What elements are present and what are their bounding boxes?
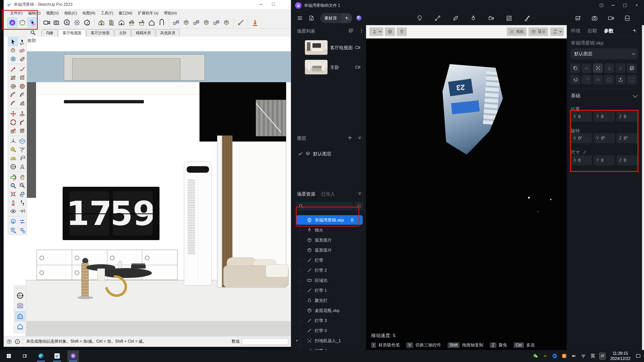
arc-tool[interactable] [9, 90, 18, 99]
follow-me-tool[interactable] [18, 118, 27, 126]
wechat-tray-icon[interactable] [531, 350, 540, 361]
polygon-tool[interactable] [18, 82, 27, 90]
resource-item-5[interactable]: 灯带 2 [291, 265, 366, 275]
export-arrow-icon[interactable] [250, 18, 260, 28]
flame-tool-icon[interactable] [470, 15, 477, 22]
redo-icon[interactable] [582, 75, 591, 84]
camera-new-icon[interactable] [52, 18, 62, 28]
scene-tab-2[interactable]: 客厅沙发面 [87, 29, 114, 37]
menu-item-4[interactable]: 绘图(R) [80, 10, 98, 16]
scene-resources-title[interactable]: 场景资源 [297, 191, 315, 197]
base-section-title[interactable]: 基础 [571, 93, 580, 99]
resource-item-12[interactable]: 扫地机器人_1 [291, 336, 366, 346]
three-point-arc-tool[interactable] [18, 99, 27, 108]
text-tool[interactable]: A1 [18, 154, 27, 162]
solid-box-tool[interactable] [9, 55, 18, 63]
push-pull-tool[interactable] [18, 109, 27, 118]
scene-item-label-2[interactable]: 主卧 [330, 64, 339, 70]
freehand-tool[interactable] [18, 65, 27, 73]
import-model-icon[interactable] [9, 217, 18, 226]
section-plane-tool[interactable] [18, 137, 27, 145]
scene-thumbnail-bedroom[interactable] [305, 60, 328, 74]
rectangle-tool[interactable] [9, 73, 18, 82]
wifi-icon[interactable] [579, 350, 588, 361]
browser-tray-icon[interactable] [550, 350, 559, 361]
measurements-input[interactable] [242, 338, 288, 345]
imported-tab[interactable]: 已导入 [321, 191, 335, 197]
compass-tool[interactable]: CA-S [15, 291, 25, 301]
scene-video-icon[interactable] [42, 18, 52, 28]
house-door-icon[interactable] [116, 18, 127, 28]
component-stack2-icon[interactable] [221, 18, 231, 28]
resource-item-4[interactable]: 灯带 [291, 255, 366, 265]
door-frame-icon[interactable] [157, 18, 167, 28]
section-house-icon[interactable] [15, 301, 25, 311]
zoom-tool[interactable] [9, 181, 18, 190]
resource-item-2[interactable]: 弧形面片 [291, 235, 366, 245]
menu-item-2[interactable]: 视图(V) [43, 10, 61, 16]
brush-icon[interactable] [524, 15, 530, 22]
info-ic[interactable] [14, 339, 20, 345]
component-stack-icon[interactable] [211, 18, 221, 28]
volume-icon[interactable] [570, 350, 578, 361]
world-axis-button[interactable] [385, 27, 395, 36]
inspector-tab-0[interactable]: 环境 [571, 28, 580, 34]
probe-button[interactable] [397, 27, 407, 36]
scene-tab-4[interactable]: 榻榻米房 [132, 29, 155, 37]
d5-maximize-button[interactable] [620, 1, 629, 10]
ime-language-indicator[interactable]: 英 [589, 350, 597, 361]
scene-tab-5[interactable]: 高低床房 [156, 29, 180, 37]
import-file-icon[interactable] [307, 13, 316, 23]
menu-item-6[interactable]: 窗口(W) [116, 10, 135, 16]
paint-bucket-tool[interactable] [9, 46, 18, 55]
expand-arrow-icon[interactable] [296, 339, 299, 342]
material-crown-icon[interactable] [593, 75, 603, 84]
scene-tab-0[interactable]: 鸟瞰 [42, 29, 58, 37]
offset-tool[interactable] [18, 126, 27, 135]
scene-tab-1[interactable]: 客厅电视面 [58, 29, 86, 37]
section-partial-icon[interactable] [15, 322, 25, 332]
two-point-arc-tool[interactable] [9, 99, 18, 108]
asset-library-button[interactable]: 素材库 [320, 13, 352, 23]
menu-item-5[interactable]: 工具(T) [98, 10, 116, 16]
pan-tool[interactable] [18, 173, 27, 181]
zoom-previous-tool[interactable] [18, 190, 27, 198]
light-bulb-icon[interactable] [416, 15, 423, 22]
foliage-icon[interactable] [452, 15, 459, 22]
eraser-tool[interactable] [18, 46, 27, 55]
maximize-button[interactable] [268, 0, 279, 9]
ai-image-icon[interactable] [575, 15, 582, 22]
d5-taskbar-icon[interactable]: D [67, 350, 79, 361]
component-stack2-icon[interactable] [201, 18, 211, 28]
layer-check-icon[interactable] [298, 151, 303, 156]
notification-center-icon[interactable] [634, 350, 642, 361]
look-around-tool[interactable] [9, 207, 18, 215]
resource-item-9[interactable]: 桌面花瓶.skp [291, 305, 366, 315]
house-3d-icon[interactable] [96, 18, 106, 28]
lasso-select-tool[interactable] [18, 37, 27, 46]
menu-item-8[interactable]: 帮助(H) [161, 10, 180, 16]
menu-item-7[interactable]: 扩展程序 (x) [135, 10, 161, 16]
spline-icon[interactable] [434, 15, 441, 22]
component-stack2-icon[interactable] [181, 18, 191, 28]
swap-arrows-icon[interactable] [18, 217, 27, 226]
add-layer-icon[interactable] [347, 135, 353, 141]
taskbar-clock[interactable]: 11:28:15 2024/12/22 [608, 351, 633, 361]
3d-text-tool[interactable] [18, 162, 27, 171]
component-stack-icon[interactable] [171, 18, 181, 28]
camera-path-icon[interactable] [488, 15, 495, 22]
gear-icon[interactable] [72, 18, 82, 28]
inspector-tab-2[interactable]: 参数 [604, 28, 614, 34]
resources-collapse-icon[interactable] [357, 191, 363, 197]
house-roof-icon[interactable] [127, 18, 137, 28]
start-button[interactable] [3, 350, 15, 361]
pie-tool[interactable] [18, 90, 27, 99]
scene-list-more-icon[interactable] [358, 28, 365, 34]
minimize-button[interactable] [255, 0, 267, 9]
resource-item-3[interactable]: 弧形面片 [291, 245, 366, 255]
select-tool[interactable] [9, 37, 18, 46]
walk-tool[interactable] [18, 198, 27, 207]
zoom-extents-tool[interactable] [9, 190, 18, 198]
tape-measure-tool[interactable] [9, 145, 18, 154]
line-tool[interactable] [9, 65, 18, 73]
